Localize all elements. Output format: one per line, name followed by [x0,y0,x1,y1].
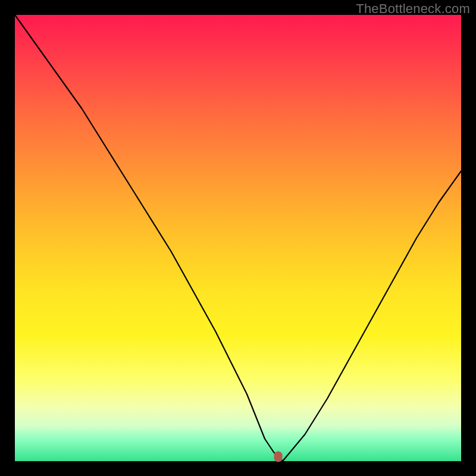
curve-svg [15,15,461,461]
minimum-marker [274,452,283,462]
bottleneck-curve [15,15,461,461]
plot-area [15,15,461,461]
chart-frame: TheBottleneck.com [0,0,476,476]
watermark-text: TheBottleneck.com [356,1,470,17]
